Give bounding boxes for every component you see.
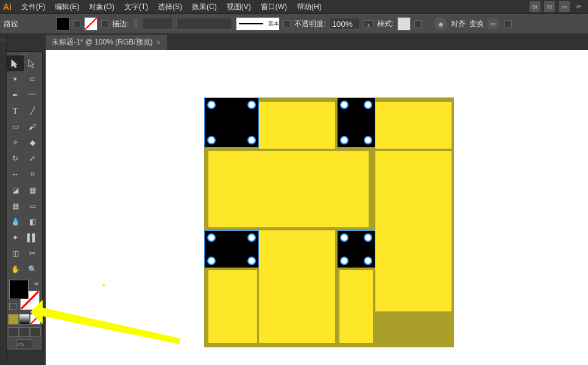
tab-close-icon[interactable]: ×	[157, 38, 161, 47]
slice-tool[interactable]: ✂	[24, 246, 41, 261]
artboard-tool[interactable]: ◫	[7, 246, 24, 261]
eyedropper-tool[interactable]: 💧	[7, 214, 24, 230]
symbol-tool[interactable]: ✦	[7, 230, 24, 246]
direct-selection-tool[interactable]	[24, 55, 41, 71]
draw-inside[interactable]	[30, 327, 41, 337]
yellow-tile[interactable]	[208, 151, 369, 227]
blend-tool[interactable]: ◧	[24, 214, 41, 230]
color-mode-none[interactable]	[30, 314, 41, 325]
corner-handle[interactable]	[207, 233, 216, 242]
fill-dropdown[interactable]	[73, 20, 80, 27]
scale-tool[interactable]: ⤢	[24, 151, 41, 166]
menu-select[interactable]: 选择(S)	[153, 1, 187, 13]
corner-handle[interactable]	[340, 136, 349, 144]
corner-handle[interactable]	[247, 233, 256, 242]
menu-help[interactable]: 帮助(H)	[292, 1, 327, 13]
yellow-tile[interactable]	[375, 102, 452, 149]
opacity-input[interactable]	[330, 18, 360, 30]
yellow-tile[interactable]	[208, 270, 257, 343]
color-mode-solid[interactable]	[8, 314, 19, 325]
eraser-tool[interactable]: ◆	[24, 135, 41, 151]
yellow-tile[interactable]	[375, 151, 452, 311]
sync-icon[interactable]: ⟳	[573, 1, 584, 12]
menu-view[interactable]: 视图(V)	[222, 1, 256, 13]
selected-rect[interactable]	[337, 97, 375, 147]
rectangle-tool[interactable]: ▭	[7, 119, 24, 135]
corner-handle[interactable]	[247, 257, 256, 265]
corner-handle[interactable]	[207, 257, 216, 265]
zoom-tool[interactable]: 🔍	[24, 261, 41, 277]
graph-tool[interactable]: ▌▌	[24, 230, 41, 246]
bridge-button[interactable]: Br	[530, 1, 540, 12]
document-tab[interactable]: 未标题-1* @ 100% (RGB/预览) ×	[46, 35, 167, 50]
canvas[interactable]: •	[46, 50, 588, 365]
gradient-tool[interactable]: ▭	[24, 198, 41, 214]
perspective-tool[interactable]: ▦	[24, 182, 41, 198]
corner-handle[interactable]	[207, 136, 216, 144]
lasso-tool[interactable]: ⊂	[24, 71, 41, 87]
style-swatch[interactable]	[397, 17, 411, 30]
corner-handle[interactable]	[364, 257, 372, 265]
free-transform-tool[interactable]: ⌗	[24, 166, 41, 182]
fill-stroke-control[interactable]: ⇄	[9, 280, 40, 310]
corner-handle[interactable]	[340, 233, 349, 242]
draw-normal[interactable]	[8, 327, 19, 337]
shape-builder-tool[interactable]: ◪	[7, 182, 24, 198]
color-mode-gradient[interactable]	[19, 314, 30, 325]
align-label[interactable]: 对齐	[451, 19, 466, 29]
options-more[interactable]	[505, 20, 512, 27]
fill-swatch[interactable]	[56, 17, 69, 30]
menu-effect[interactable]: 效果(C)	[187, 1, 222, 13]
type-tool[interactable]: T	[7, 103, 24, 119]
magic-wand-tool[interactable]: ✴	[7, 71, 24, 87]
selected-rect[interactable]	[204, 97, 259, 147]
artwork[interactable]	[204, 97, 454, 347]
corner-handle[interactable]	[364, 136, 372, 144]
menu-object[interactable]: 对象(O)	[84, 1, 119, 13]
yellow-tile[interactable]	[339, 270, 373, 343]
corner-handle[interactable]	[247, 136, 256, 144]
isolate-button[interactable]: ▭	[487, 18, 498, 29]
corner-handle[interactable]	[340, 101, 349, 109]
draw-behind[interactable]	[19, 327, 30, 337]
panel-toggle-icon[interactable]: ‹‹	[0, 34, 6, 43]
default-fill-stroke-icon[interactable]	[9, 303, 16, 310]
curvature-tool[interactable]: 〰	[24, 87, 41, 103]
transform-label[interactable]: 变换	[469, 19, 484, 29]
screen-mode-button[interactable]: ▭	[16, 339, 32, 349]
stroke-weight-input[interactable]	[142, 18, 172, 30]
recolor-button[interactable]: ◉	[434, 17, 447, 30]
corner-handle[interactable]	[364, 101, 372, 109]
selection-tool[interactable]	[7, 55, 24, 71]
fill-color-box[interactable]	[9, 280, 29, 299]
shaper-tool[interactable]: ✧	[7, 135, 24, 151]
menu-window[interactable]: 窗口(W)	[256, 1, 292, 13]
opacity-dropdown[interactable]: ›	[364, 20, 374, 27]
paintbrush-tool[interactable]: 🖌	[24, 119, 41, 135]
line-tool[interactable]: ╱	[24, 103, 41, 119]
menu-file[interactable]: 文件(F)	[16, 1, 50, 13]
stroke-swatch[interactable]	[84, 17, 97, 30]
corner-handle[interactable]	[364, 233, 372, 242]
brush-dropdown[interactable]: 基本	[236, 17, 280, 30]
mesh-tool[interactable]: ▦	[7, 198, 24, 214]
selected-rect[interactable]	[204, 230, 259, 268]
menu-edit[interactable]: 编辑(E)	[50, 1, 84, 13]
menu-type[interactable]: 文字(T)	[119, 1, 153, 13]
style-dropdown[interactable]	[414, 20, 422, 27]
width-tool[interactable]: ↔	[7, 166, 24, 182]
arrange-button[interactable]: ▭	[559, 1, 570, 12]
rotate-tool[interactable]: ↻	[7, 151, 24, 166]
stroke-profile-dropdown[interactable]	[176, 18, 232, 30]
yellow-tile[interactable]	[259, 102, 335, 149]
corner-handle[interactable]	[247, 101, 256, 109]
stroke-dropdown[interactable]	[101, 20, 108, 27]
selected-rect[interactable]	[337, 230, 375, 268]
brush-dropdown-arrow[interactable]	[283, 20, 291, 27]
hand-tool[interactable]: ✋	[7, 261, 24, 277]
pen-tool[interactable]: ✒	[7, 87, 24, 103]
yellow-tile[interactable]	[259, 230, 335, 343]
swap-fill-stroke-icon[interactable]: ⇄	[34, 281, 38, 286]
stroke-spin[interactable]	[132, 18, 138, 30]
corner-handle[interactable]	[207, 101, 216, 109]
